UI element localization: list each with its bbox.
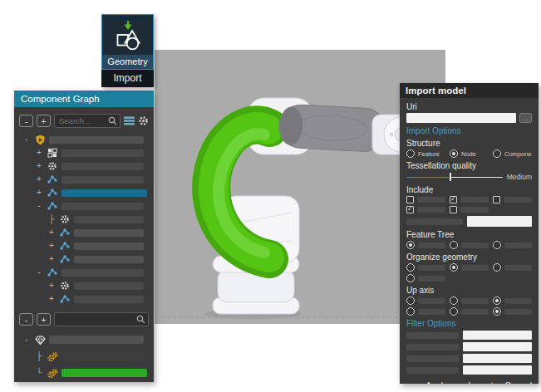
include-dropdown-row <box>406 216 532 227</box>
checkbox-selected[interactable] <box>406 206 414 213</box>
radio-button[interactable] <box>406 149 415 158</box>
expand-toggle[interactable]: + <box>47 255 56 263</box>
checkbox-selected[interactable] <box>450 196 457 203</box>
radio-option[interactable] <box>493 263 532 272</box>
checkbox-option[interactable] <box>450 196 489 203</box>
browse-button[interactable]: ... <box>519 113 532 123</box>
tree-row[interactable]: - <box>19 266 149 279</box>
tree-row[interactable]: + <box>19 252 149 266</box>
radio-option[interactable]: Feature <box>406 149 445 158</box>
expand-toggle[interactable]: + <box>47 295 56 303</box>
collapse-toggle[interactable]: - <box>22 135 31 144</box>
radio-button[interactable] <box>406 274 415 282</box>
radio-button-selected[interactable] <box>406 241 415 249</box>
analyze-button[interactable]: Analyze <box>425 380 456 384</box>
radio-button-selected[interactable] <box>450 263 458 272</box>
tree-row[interactable]: ├ <box>19 348 149 365</box>
checkbox-option[interactable] <box>450 206 489 213</box>
radio-option[interactable] <box>450 296 489 305</box>
radio-option[interactable] <box>493 296 532 305</box>
settings-gear-icon[interactable] <box>138 115 149 126</box>
radio-option[interactable]: Component <box>493 149 532 158</box>
node-icon <box>60 241 70 251</box>
tree-row[interactable]: ├ <box>19 213 149 226</box>
radio-button-selected[interactable] <box>450 149 458 158</box>
radio-option[interactable]: Node <box>450 149 489 158</box>
filter-options-section-label[interactable]: Filter Options <box>406 319 532 328</box>
radio-button-selected[interactable] <box>493 307 501 316</box>
search-input[interactable] <box>59 116 106 125</box>
search-input-2[interactable] <box>59 315 134 324</box>
geometry-import-button[interactable]: Geometry <box>101 14 154 70</box>
tree-row[interactable]: + <box>19 159 149 173</box>
radio-option[interactable] <box>450 263 489 272</box>
collapse-all-button-2[interactable]: - <box>19 313 33 326</box>
radio-option[interactable] <box>406 307 445 316</box>
uri-input[interactable] <box>406 113 516 123</box>
checkbox-option[interactable] <box>406 206 445 213</box>
radio-button[interactable] <box>450 296 458 305</box>
radio-option[interactable] <box>493 241 532 249</box>
tree-row[interactable]: - <box>19 331 149 348</box>
radio-option[interactable] <box>406 274 445 282</box>
checkbox-option[interactable] <box>493 196 532 203</box>
expand-toggle[interactable]: + <box>35 162 43 170</box>
search-box-2[interactable] <box>54 312 149 326</box>
tree-row[interactable]: + <box>19 173 149 186</box>
filter-input[interactable] <box>463 331 532 340</box>
include-dropdown[interactable] <box>467 216 532 227</box>
expand-toggle[interactable]: + <box>35 175 43 184</box>
checkbox[interactable] <box>450 206 457 213</box>
component-graph-toolbar: - + <box>19 114 149 128</box>
radio-option[interactable] <box>450 307 489 316</box>
radio-button[interactable] <box>406 296 415 305</box>
filter-input[interactable] <box>463 342 532 351</box>
tree-row[interactable]: + <box>19 146 149 159</box>
expand-all-button[interactable]: + <box>37 115 51 127</box>
checkbox-option[interactable] <box>406 196 445 203</box>
filter-input[interactable] <box>463 354 532 363</box>
search-box[interactable] <box>54 114 120 128</box>
expand-toggle[interactable]: + <box>47 282 56 290</box>
tree-row[interactable]: + <box>19 292 149 306</box>
robot-forearm[interactable] <box>278 104 387 153</box>
expand-toggle[interactable]: + <box>35 149 43 157</box>
collapse-toggle[interactable]: - <box>35 202 43 210</box>
collapse-toggle[interactable]: - <box>35 268 43 277</box>
checkbox[interactable] <box>493 196 500 203</box>
radio-option[interactable] <box>450 241 489 249</box>
radio-button[interactable] <box>406 263 415 272</box>
expand-toggle[interactable]: + <box>47 242 56 250</box>
radio-button[interactable] <box>450 307 458 316</box>
radio-option[interactable] <box>406 241 445 249</box>
tree-row[interactable]: + <box>19 186 149 199</box>
slider-track[interactable] <box>406 173 503 181</box>
tree-row[interactable]: + <box>19 226 149 239</box>
radio-button[interactable] <box>450 241 458 249</box>
radio-button[interactable] <box>493 263 501 272</box>
radio-button-selected[interactable] <box>493 296 501 305</box>
radio-option[interactable] <box>406 296 445 305</box>
collapse-toggle[interactable]: - <box>22 336 31 344</box>
radio-option[interactable] <box>493 307 532 316</box>
tree-row[interactable]: - <box>19 199 149 213</box>
tree-row[interactable]: - <box>19 133 149 146</box>
expand-all-button-2[interactable]: + <box>37 313 51 326</box>
expand-toggle[interactable]: + <box>35 189 43 197</box>
filter-input[interactable] <box>463 365 532 375</box>
tree-row[interactable]: + <box>19 279 149 292</box>
import-options-section-label[interactable]: Import Options <box>406 126 532 135</box>
tree-row[interactable]: + <box>19 239 149 252</box>
tessellation-slider[interactable]: Medium <box>406 172 532 182</box>
radio-button[interactable] <box>493 241 501 249</box>
radio-button[interactable] <box>493 149 501 158</box>
cancel-button[interactable]: Cancel <box>504 380 532 384</box>
tree-row[interactable]: └ <box>19 365 149 381</box>
expand-toggle[interactable]: + <box>47 228 56 237</box>
checkbox[interactable] <box>406 196 414 203</box>
radio-option[interactable] <box>406 263 445 272</box>
list-view-icon[interactable] <box>124 116 135 125</box>
collapse-all-button[interactable]: - <box>19 115 33 127</box>
import-button[interactable]: Import <box>469 380 494 384</box>
radio-button[interactable] <box>406 307 415 316</box>
